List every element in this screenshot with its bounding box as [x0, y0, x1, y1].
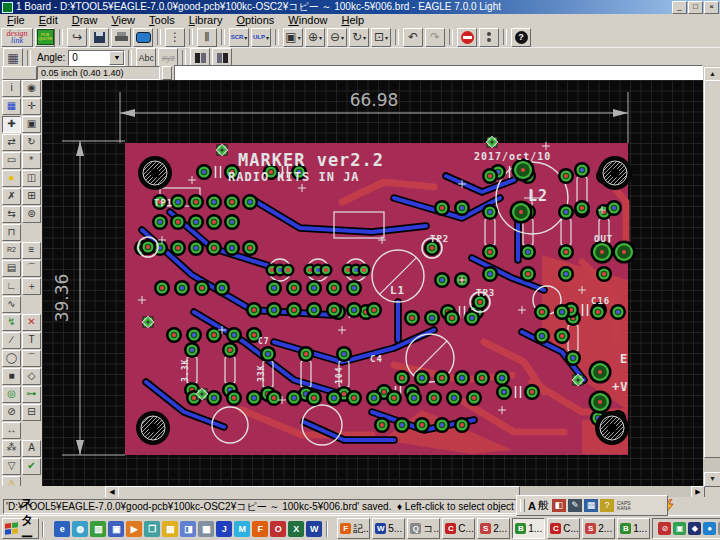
paste-tool[interactable]: ◫ [22, 170, 41, 187]
stop-button[interactable] [457, 28, 477, 47]
media-player-icon[interactable]: ▶ [126, 521, 142, 537]
zoom-in-button[interactable]: ⊕▾ [305, 28, 325, 47]
editor-icon[interactable]: J [216, 521, 232, 537]
errors-tool[interactable]: ✔ [22, 458, 41, 475]
hole-tool[interactable]: ⊘ [2, 404, 21, 421]
folder-icon[interactable]: ▤ [162, 521, 178, 537]
ime-mode-kanji[interactable]: 般 [538, 498, 549, 513]
menu-file[interactable]: File [0, 14, 32, 27]
dimension-tool[interactable]: ↔ [2, 422, 21, 439]
group-tool[interactable]: ▭ [2, 152, 21, 169]
angle-select[interactable]: 0 ▼ [68, 50, 125, 66]
command-input[interactable] [174, 65, 703, 81]
minimize-button[interactable]: _ [672, 1, 687, 14]
maximize-button[interactable]: □ [688, 1, 703, 14]
ime-palette-icon[interactable]: ◧ [552, 499, 566, 512]
ime-help-icon[interactable]: ? [600, 499, 614, 512]
value-tool[interactable]: ≡ [22, 242, 41, 259]
menu-tools[interactable]: Tools [142, 14, 182, 27]
word-icon[interactable]: W [306, 521, 322, 537]
vertical-scroll-thumb[interactable] [704, 80, 720, 458]
image-icon[interactable]: ◨ [180, 521, 196, 537]
delete-tool[interactable]: ✗ [2, 188, 21, 205]
vertical-scrollbar[interactable]: ▲ ▼ [703, 66, 720, 486]
show-tool[interactable]: ◉ [22, 80, 41, 97]
change-tool[interactable]: ＊ [22, 152, 41, 169]
ime-mode-a[interactable]: A [528, 500, 536, 512]
msn-icon[interactable]: M [234, 521, 250, 537]
optimize-tool[interactable]: ＋ [22, 278, 41, 295]
start-button[interactable]: スタート [2, 518, 39, 539]
name-tool[interactable]: R2 [2, 242, 21, 259]
info-tool[interactable]: i [2, 80, 21, 97]
zoom-out-button[interactable]: ⊖▾ [327, 28, 347, 47]
opera-icon[interactable]: O [270, 521, 286, 537]
abc-button[interactable]: Abc [136, 48, 156, 67]
taskbar-button-schematic1[interactable]: S2... [477, 518, 510, 539]
pcb-canvas[interactable]: MARKER ver2.22017/oct/10RADIO KITS IN JA… [42, 80, 703, 486]
autorouter-tool[interactable]: A [22, 440, 41, 457]
arc-tool[interactable]: ⌒ [22, 350, 41, 367]
taskbar-button-eagle-cp1[interactable]: CC... [442, 518, 475, 539]
cut-tool[interactable]: ● [2, 170, 21, 187]
wire-tool[interactable]: ∕ [2, 332, 21, 349]
menu-view[interactable]: View [104, 14, 142, 27]
window-icon[interactable]: ❐ [144, 521, 160, 537]
polygon-tool[interactable]: ◇ [22, 368, 41, 385]
zoom-select-button[interactable]: ⊡▾ [371, 28, 391, 47]
undo-button[interactable]: ↶ [403, 28, 423, 47]
ratsnest-tool[interactable]: ⁂ [2, 440, 21, 457]
traffic-light-button[interactable] [479, 28, 499, 47]
close-button[interactable]: × [704, 1, 719, 14]
ime-keyboard-icon[interactable]: ▦ [584, 499, 598, 512]
mark-tool[interactable]: ✛ [22, 98, 41, 115]
route-tool[interactable]: ↯ [2, 314, 21, 331]
display-layers-tool[interactable]: ▦ [2, 98, 21, 115]
messenger-icon[interactable]: ◍ [72, 521, 88, 537]
computer-icon[interactable]: ▦ [198, 521, 214, 537]
taskbar-button-firefox[interactable]: F記... [337, 518, 370, 539]
library-columns-button[interactable]: ⦀ [197, 28, 217, 47]
smash-tool[interactable]: ▤ [2, 260, 21, 277]
ime-bar[interactable]: A 般 ◧ ✎ ▦ ? CAPSKANA [516, 495, 668, 516]
rect-tool[interactable]: ■ [2, 368, 21, 385]
drc-tool[interactable]: ▽ [2, 458, 21, 475]
menu-draw[interactable]: Draw [65, 14, 105, 27]
ime-pen-icon[interactable]: ✎ [568, 499, 582, 512]
taskbar-button-board1[interactable]: B1... [512, 518, 545, 539]
ripup-tool[interactable]: ✕ [22, 314, 41, 331]
cam-processor-button[interactable] [133, 28, 153, 47]
zoom-redraw-button[interactable]: ↻▾ [349, 28, 369, 47]
firefox-icon[interactable]: F [252, 521, 268, 537]
chevron-down-icon[interactable]: ▼ [109, 51, 124, 65]
run-script-button[interactable]: SCR▾ [229, 28, 249, 47]
ie-icon[interactable]: e [54, 521, 70, 537]
designlink-logo[interactable]: designlink [1, 28, 33, 47]
via-tool[interactable]: ◎ [2, 386, 21, 403]
chart-icon[interactable]: ▥ [90, 521, 106, 537]
rotate-tool[interactable]: ↻ [22, 134, 41, 151]
ime-grip[interactable] [520, 499, 525, 512]
print-button[interactable] [111, 28, 131, 47]
tray-display-icon[interactable]: ▣ [673, 522, 686, 535]
taskbar-button-search[interactable]: Qコ... [407, 518, 440, 539]
tray-shield-icon[interactable]: ◆ [688, 522, 701, 535]
meander-tool[interactable]: ∿ [2, 296, 21, 313]
circle-tool[interactable]: ◯ [2, 350, 21, 367]
menu-edit[interactable]: Edit [32, 14, 65, 27]
taskbar-button-eagle-cp2[interactable]: CC... [547, 518, 580, 539]
miter-tool[interactable]: ⌒ [22, 260, 41, 277]
redo-button[interactable]: ↷ [425, 28, 445, 47]
tray-messenger-icon[interactable]: ● [703, 522, 716, 535]
help-button[interactable]: ? [511, 28, 531, 47]
scroll-down-icon[interactable]: ▼ [704, 472, 720, 487]
replace-tool[interactable]: ⊜ [22, 206, 41, 223]
add-tool[interactable]: ⊞ [22, 188, 41, 205]
split-tool[interactable]: ∟ [2, 278, 21, 295]
script-dots-button[interactable]: ⋮ [165, 28, 185, 47]
taskbar-button-word[interactable]: W5... [372, 518, 405, 539]
menu-library[interactable]: Library [182, 14, 230, 27]
menu-window[interactable]: Window [281, 14, 334, 27]
excel-icon[interactable]: X [288, 521, 304, 537]
pcb-quote-button[interactable]: PCB QUOTE [35, 28, 55, 47]
